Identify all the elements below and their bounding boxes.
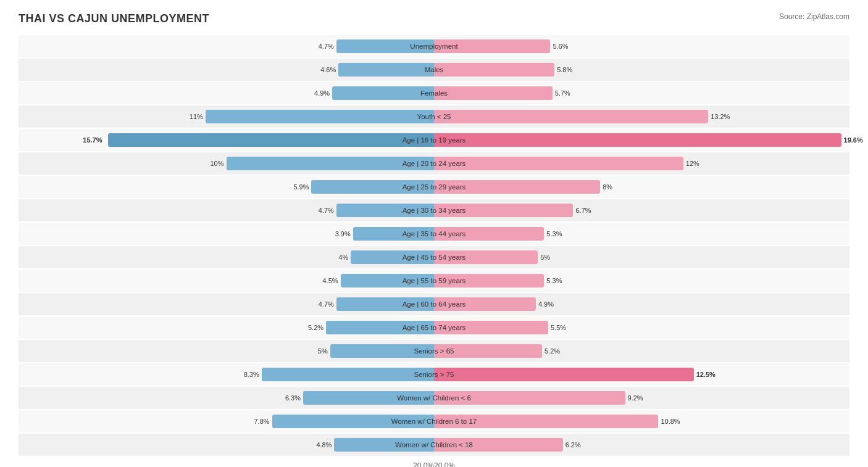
cajun-bar [434, 110, 708, 123]
cajun-value: 6.7% [573, 207, 591, 214]
thai-value: 4.9% [314, 89, 332, 97]
thai-bar [336, 39, 434, 53]
thai-value: 4.7% [319, 300, 336, 308]
bar-row: 10%12%Age | 20 to 24 years [19, 152, 849, 175]
cajun-bar [434, 133, 841, 147]
bar-row: 7.8%10.8%Women w/ Children 6 to 17 [19, 410, 849, 432]
thai-value: 15.7% [83, 136, 102, 144]
thai-bar [336, 297, 434, 311]
cajun-value: 10.8% [658, 418, 680, 425]
cajun-bar [434, 227, 544, 241]
bar-row: 4.8%6.2%Women w/ Children < 18 [19, 434, 849, 456]
cajun-value: 12.5% [694, 371, 716, 378]
cajun-value: 4.9% [536, 300, 554, 308]
bar-row: 11%13.2%Youth < 25 [19, 105, 849, 128]
chart-container: THAI VS CAJUN UNEMPLOYMENT Source: ZipAt… [0, 0, 868, 467]
thai-value: 11% [190, 113, 206, 120]
cajun-bar [434, 368, 694, 381]
bar-row: 4.7%6.7%Age | 30 to 34 years [19, 199, 849, 221]
thai-bar [326, 321, 434, 334]
thai-bar [330, 344, 434, 358]
thai-bar [206, 110, 434, 123]
cajun-bar [434, 157, 683, 170]
cajun-bar [434, 250, 538, 264]
cajun-bar [434, 415, 658, 428]
bar-row: 6.3%9.2%Women w/ Children < 6 [19, 387, 849, 409]
axis-left: 20.0% [19, 461, 434, 467]
bar-row: 4%5%Age | 45 to 54 years [19, 246, 849, 268]
bar-row: 5.2%5.5%Age | 65 to 74 years [19, 316, 849, 339]
chart-source: Source: ZipAtlas.com [779, 12, 849, 21]
thai-value: 4.7% [319, 43, 336, 50]
chart-header: THAI VS CAJUN UNEMPLOYMENT Source: ZipAt… [19, 12, 849, 25]
chart-title: THAI VS CAJUN UNEMPLOYMENT [19, 12, 209, 25]
thai-bar [334, 438, 434, 452]
thai-value: 4% [339, 254, 351, 261]
bar-row: 4.9%5.7%Females [19, 82, 849, 104]
chart-area: 4.7%5.6%Unemployment4.6%5.8%Males4.9%5.7… [19, 35, 849, 456]
cajun-bar [434, 274, 544, 287]
thai-bar [227, 157, 435, 170]
cajun-value: 5.8% [554, 66, 572, 73]
thai-bar [262, 368, 434, 381]
bar-row: 8.3%12.5%Seniors > 75 [19, 363, 849, 386]
cajun-bar [434, 297, 536, 311]
bar-row: 4.7%4.9%Age | 60 to 64 years [19, 293, 849, 315]
bar-row: 4.5%5.3%Age | 55 to 59 years [19, 270, 849, 292]
thai-bar [353, 227, 434, 241]
bar-row: 5.9%8%Age | 25 to 29 years [19, 176, 849, 198]
thai-value: 4.7% [319, 207, 336, 214]
thai-bar [303, 391, 434, 405]
axis-row: 20.0% 20.0% [19, 458, 849, 467]
bar-row: 4.7%5.6%Unemployment [19, 35, 849, 57]
thai-bar [332, 86, 434, 100]
thai-bar [311, 180, 434, 194]
cajun-bar [434, 180, 600, 194]
cajun-value: 5.6% [550, 43, 568, 50]
cajun-value: 5.5% [548, 324, 566, 331]
cajun-bar [434, 63, 554, 76]
cajun-value: 5.3% [544, 277, 562, 284]
cajun-bar [434, 391, 625, 405]
axis-right: 20.0% [434, 461, 849, 467]
thai-value: 4.8% [316, 441, 334, 448]
cajun-value: 9.2% [625, 394, 643, 402]
thai-value: 4.6% [320, 66, 338, 73]
cajun-bar [434, 321, 548, 334]
cajun-value: 12% [683, 160, 699, 167]
bar-row: 15.7%19.6%Age | 16 to 19 years [19, 129, 849, 151]
thai-value: 8.3% [244, 371, 262, 378]
cajun-bar [434, 438, 563, 452]
axis-label-left: 20.0% [413, 461, 434, 467]
cajun-value: 5.2% [542, 347, 560, 355]
thai-bar [341, 274, 434, 287]
cajun-value: 5% [538, 254, 550, 261]
thai-bar [336, 204, 434, 217]
bar-row: 4.6%5.8%Males [19, 59, 849, 81]
thai-value: 5% [318, 347, 330, 355]
thai-value: 3.9% [335, 230, 353, 238]
thai-bar [272, 415, 434, 428]
thai-value: 10% [210, 160, 226, 167]
cajun-value: 8% [600, 183, 612, 191]
cajun-value: 5.7% [553, 89, 570, 97]
thai-value: 6.3% [285, 394, 303, 402]
bar-row: 5%5.2%Seniors > 65 [19, 340, 849, 362]
thai-bar [338, 63, 434, 76]
cajun-bar [434, 204, 573, 217]
cajun-bar [434, 86, 553, 100]
axis-label-right: 20.0% [434, 461, 455, 467]
thai-value: 5.9% [293, 183, 311, 191]
cajun-bar [434, 39, 550, 53]
cajun-value: 5.3% [544, 230, 562, 238]
bar-row: 3.9%5.3%Age | 35 to 44 years [19, 223, 849, 245]
cajun-value: 19.6% [841, 136, 863, 144]
thai-value: 7.8% [254, 418, 272, 425]
cajun-value: 13.2% [708, 113, 730, 120]
cajun-bar [434, 344, 542, 358]
thai-bar [351, 250, 434, 264]
thai-value: 5.2% [308, 324, 326, 331]
cajun-value: 6.2% [563, 441, 581, 448]
thai-bar [108, 133, 434, 147]
thai-value: 4.5% [323, 277, 341, 284]
